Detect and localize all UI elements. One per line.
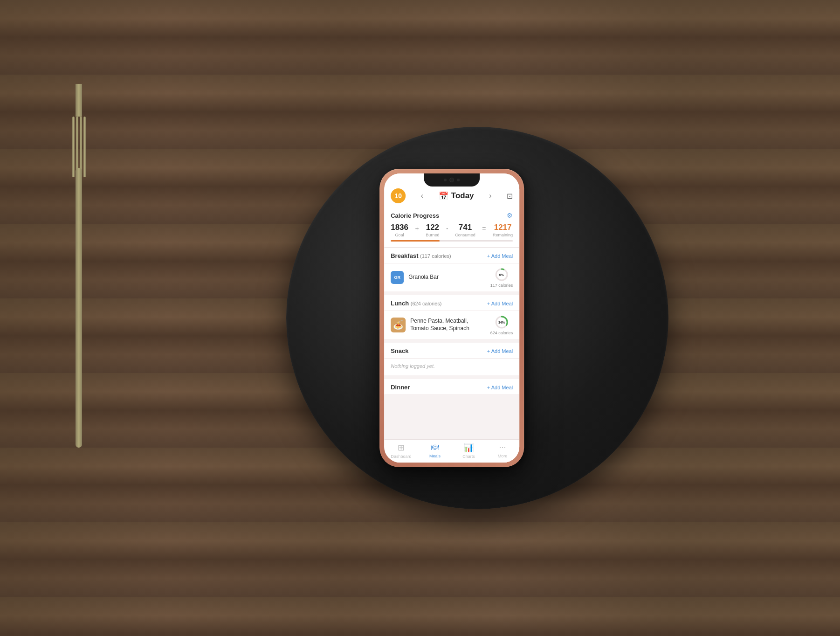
lunch-add-meal-button[interactable]: + Add Meal <box>487 301 513 306</box>
bottom-navigation: ⊞ Dashboard 🍽 Meals 📊 Charts ··· More <box>384 439 519 463</box>
snack-add-meal-button[interactable]: + Add Meal <box>487 348 513 354</box>
breakfast-add-meal-button[interactable]: + Add Meal <box>487 253 513 259</box>
calorie-goal: 1836 Goal <box>391 223 408 237</box>
meal-scroll-area[interactable]: Breakfast (117 calories) + Add Meal GR G… <box>384 248 519 439</box>
notch-camera <box>449 178 454 182</box>
calorie-consumed: 741 Consumed <box>455 223 475 237</box>
pasta-item[interactable]: 🍝 Penne Pasta, Meatball, Tomato Sauce, S… <box>384 311 519 339</box>
breakfast-title: Breakfast (117 calories) <box>391 252 451 259</box>
meals-icon: 🍽 <box>431 442 439 452</box>
progress-bar-container <box>391 240 513 242</box>
snack-empty-state: Nothing logged yet. <box>384 359 519 375</box>
granola-cal-label: 117 calories <box>490 283 513 288</box>
granola-pie-label: 6% <box>499 273 504 277</box>
granola-bar-item[interactable]: GR Granola Bar 6% <box>384 263 519 291</box>
remaining-value: 1217 <box>494 223 512 232</box>
breakfast-section: Breakfast (117 calories) + Add Meal GR G… <box>384 248 519 291</box>
fork-decoration <box>72 84 85 448</box>
granola-bar-icon: GR <box>391 271 404 284</box>
calorie-section-title: Calorie Progress <box>391 212 439 219</box>
pasta-cal-label: 624 calories <box>490 331 513 335</box>
remaining-label: Remaining <box>493 233 513 237</box>
lunch-section: Lunch (624 calories) + Add Meal 🍝 Penne … <box>384 295 519 339</box>
phone-case: 10 ‹ 📅 Today › ⊡ Calorie Progress ⚙ <box>379 169 524 467</box>
charts-label: Charts <box>462 454 475 459</box>
calorie-numbers: 1836 Goal + 122 Burned - 741 Consumed <box>391 223 513 237</box>
pasta-name: Penne Pasta, Meatball, Tomato Sauce, Spi… <box>410 318 485 332</box>
equals-operator: = <box>482 225 486 232</box>
calendar-icon: 📅 <box>439 191 448 201</box>
bookmark-icon[interactable]: ⊡ <box>507 192 513 200</box>
snack-title: Snack <box>391 347 408 354</box>
charts-icon: 📊 <box>463 442 474 453</box>
date-number: 10 <box>394 192 402 200</box>
notch-dot-1 <box>444 179 447 181</box>
granola-bar-name: Granola Bar <box>408 274 485 281</box>
burned-value: 122 <box>426 223 439 232</box>
progress-bar <box>391 240 440 242</box>
consumed-label: Consumed <box>455 233 475 237</box>
header-title-group: 📅 Today <box>439 191 474 201</box>
date-badge: 10 <box>391 188 406 203</box>
calorie-title-row: Calorie Progress ⚙ <box>391 212 513 219</box>
dinner-section: Dinner + Add Meal <box>384 379 519 395</box>
phone-screen: 10 ‹ 📅 Today › ⊡ Calorie Progress ⚙ <box>384 173 519 463</box>
burned-label: Burned <box>426 233 439 237</box>
goal-value: 1836 <box>391 223 408 232</box>
dashboard-label: Dashboard <box>391 454 411 459</box>
lunch-title: Lunch (624 calories) <box>391 300 441 307</box>
snack-header: Snack + Add Meal <box>384 343 519 359</box>
breakfast-header: Breakfast (117 calories) + Add Meal <box>384 248 519 263</box>
pasta-icon: 🍝 <box>391 318 406 332</box>
prev-day-button[interactable]: ‹ <box>421 192 423 200</box>
dashboard-icon: ⊞ <box>398 442 405 453</box>
nav-dashboard[interactable]: ⊞ Dashboard <box>384 442 418 459</box>
nav-charts[interactable]: 📊 Charts <box>452 442 485 459</box>
phone-notch <box>424 173 480 187</box>
dinner-title: Dinner <box>391 384 410 391</box>
today-label: Today <box>451 191 474 200</box>
breakfast-calorie-count: (117 calories) <box>420 253 451 259</box>
dinner-header: Dinner + Add Meal <box>384 379 519 395</box>
lunch-calorie-count: (624 calories) <box>411 301 442 306</box>
nav-meals[interactable]: 🍽 Meals <box>418 442 452 459</box>
calorie-progress-section: Calorie Progress ⚙ 1836 Goal + 122 Burne… <box>384 207 519 248</box>
snack-section: Snack + Add Meal Nothing logged yet. <box>384 343 519 375</box>
consumed-value: 741 <box>459 223 472 232</box>
nav-more[interactable]: ··· More <box>486 442 520 459</box>
goal-label: Goal <box>395 233 404 237</box>
app-content: 10 ‹ 📅 Today › ⊡ Calorie Progress ⚙ <box>384 173 519 463</box>
pasta-right: 34% 624 calories <box>490 315 513 335</box>
more-icon: ··· <box>499 442 506 452</box>
notch-dot-2 <box>457 179 460 181</box>
pasta-pie: 34% <box>494 315 509 330</box>
dinner-add-meal-button[interactable]: + Add Meal <box>487 385 513 390</box>
plus-operator: + <box>415 225 419 232</box>
meals-label: Meals <box>429 454 441 458</box>
lunch-header: Lunch (624 calories) + Add Meal <box>384 295 519 311</box>
next-day-button[interactable]: › <box>489 192 491 200</box>
granola-bar-right: 6% 117 calories <box>490 267 513 288</box>
calorie-burned: 122 Burned <box>426 223 439 237</box>
more-label: More <box>498 454 508 458</box>
phone: 10 ‹ 📅 Today › ⊡ Calorie Progress ⚙ <box>379 169 524 467</box>
pasta-pie-label: 34% <box>498 321 505 324</box>
minus-operator: - <box>446 225 448 232</box>
granola-bar-pie: 6% <box>494 267 509 282</box>
calorie-remaining: 1217 Remaining <box>493 223 513 237</box>
settings-icon[interactable]: ⚙ <box>507 212 513 219</box>
